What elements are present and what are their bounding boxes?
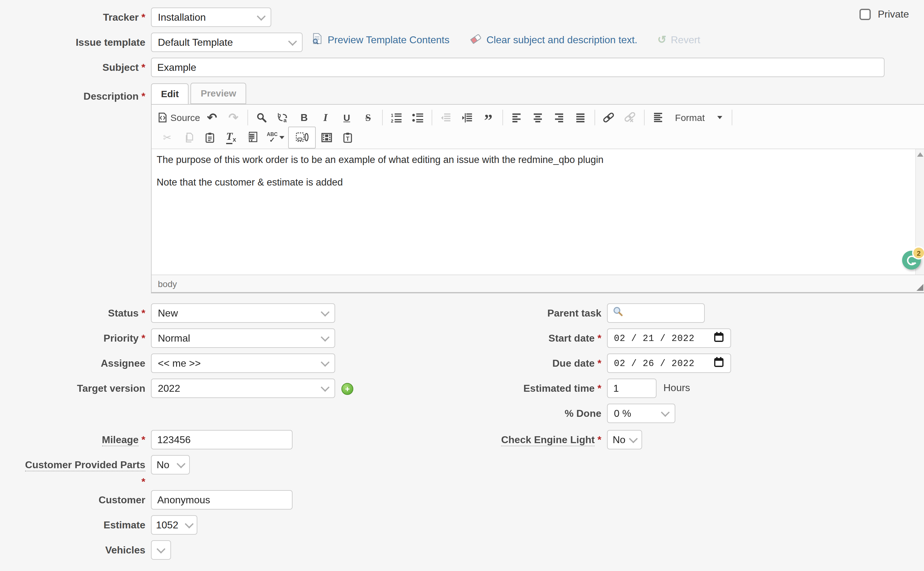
check-engine-light-label: Check Engine Light <box>501 434 595 446</box>
parent-task-input[interactable] <box>607 303 705 323</box>
customer-input[interactable] <box>151 490 293 509</box>
start-date-label: Start date <box>548 333 595 344</box>
required-marker: * <box>598 358 601 369</box>
outdent-icon[interactable] <box>435 109 456 126</box>
select-all-icon[interactable] <box>242 129 263 146</box>
source-button[interactable]: Source <box>157 109 202 126</box>
percent-done-select[interactable]: 0 % <box>607 404 675 423</box>
chevron-down-icon <box>257 12 266 20</box>
justify-icon[interactable] <box>570 109 591 126</box>
replace-icon[interactable]: ba <box>272 109 294 126</box>
chevron-down-icon <box>157 544 165 553</box>
tab-edit[interactable]: Edit <box>151 83 189 105</box>
vehicles-row: Vehicles <box>0 540 924 560</box>
required-marker: * <box>598 434 601 445</box>
paste-plain-text-icon[interactable]: T <box>337 129 358 146</box>
check-engine-light-select[interactable]: No <box>607 430 642 449</box>
customer-row: Customer <box>0 490 924 509</box>
align-left-icon[interactable] <box>506 109 527 126</box>
grammarly-badge: 2 <box>912 246 924 259</box>
svg-text:1: 1 <box>391 113 393 117</box>
spellcheck-icon[interactable]: ABC ✓ <box>263 129 288 146</box>
customer-provided-parts-label: Customer Provided Parts <box>25 460 145 471</box>
redo-icon[interactable]: ↷ <box>223 109 244 126</box>
clear-subject-description-link[interactable]: Clear subject and description text. <box>487 34 638 45</box>
description-row: Description * Edit Preview Source ↶ <box>0 83 924 293</box>
priority-select[interactable]: Normal <box>151 329 335 348</box>
resize-handle[interactable] <box>916 284 923 291</box>
italic-icon[interactable]: I <box>315 109 336 126</box>
priority-label: Priority <box>104 333 139 344</box>
check-engine-light-row: Check Engine Light * No <box>357 430 924 449</box>
cut-icon[interactable]: ✂ <box>157 129 178 146</box>
status-select[interactable]: New <box>151 303 335 323</box>
required-marker: * <box>142 333 145 344</box>
tracker-row: Tracker * Installation <box>0 8 924 27</box>
estimated-time-input[interactable] <box>607 378 656 398</box>
link-icon[interactable] <box>598 109 619 126</box>
tab-preview[interactable]: Preview <box>191 83 246 104</box>
priority-value: Normal <box>158 332 190 344</box>
blockquote-icon[interactable]: ” <box>477 109 499 126</box>
div-container-icon[interactable] <box>647 109 669 126</box>
private-field: Private <box>859 9 909 20</box>
add-version-button[interactable]: + <box>342 383 353 395</box>
due-date-input[interactable]: 02 / 26 / 2022 <box>607 353 731 373</box>
private-label: Private <box>878 9 909 20</box>
format-dropdown[interactable]: Format <box>669 112 728 123</box>
scroll-up-arrow-icon <box>917 152 923 157</box>
assignee-select[interactable]: << me >> <box>151 353 335 373</box>
customer-provided-parts-row: Customer Provided Parts * No <box>0 456 924 488</box>
tracker-label: Tracker <box>103 12 139 23</box>
description-textarea[interactable]: The purpose of this work order is to be … <box>152 149 924 275</box>
subject-input[interactable] <box>151 58 884 77</box>
calendar-icon[interactable] <box>713 356 724 370</box>
placeholder-widget-icon[interactable] <box>288 126 316 148</box>
preview-template-link[interactable]: Preview Template Contents <box>328 34 450 45</box>
mileage-input[interactable] <box>151 430 293 449</box>
customer-provided-parts-select[interactable]: No <box>151 455 190 474</box>
paste-icon[interactable] <box>199 129 220 146</box>
align-center-icon[interactable] <box>527 109 548 126</box>
remove-format-icon[interactable]: Tx <box>220 129 242 146</box>
indent-icon[interactable] <box>456 109 477 126</box>
tracker-select[interactable]: Installation <box>151 8 271 27</box>
due-date-value: 02 / 26 / 2022 <box>614 358 695 368</box>
target-version-label: Target version <box>77 383 145 394</box>
find-icon[interactable] <box>251 109 272 126</box>
bulleted-list-icon[interactable] <box>407 109 428 126</box>
align-right-icon[interactable] <box>548 109 570 126</box>
required-marker: * <box>142 12 145 23</box>
revert-link-disabled: Revert <box>671 34 700 45</box>
required-marker: * <box>0 476 145 488</box>
target-version-select[interactable]: 2022 <box>151 378 335 398</box>
toolbar-separator <box>431 110 432 125</box>
calendar-icon[interactable] <box>713 332 724 345</box>
customer-provided-parts-value: No <box>157 459 169 471</box>
undo-icon[interactable]: ↶ <box>202 109 223 126</box>
required-marker: * <box>142 91 145 102</box>
media-embed-icon[interactable] <box>316 129 337 146</box>
priority-row: Priority * Normal <box>0 329 357 348</box>
start-date-input[interactable]: 02 / 21 / 2022 <box>607 329 731 348</box>
rich-text-editor: Source ↶ ↷ ba B I <box>151 104 924 293</box>
vehicles-select[interactable] <box>151 540 171 560</box>
copy-icon[interactable] <box>178 129 199 146</box>
strikethrough-icon[interactable]: S <box>357 109 379 126</box>
parent-task-label: Parent task <box>547 308 601 318</box>
vehicles-label: Vehicles <box>105 545 145 556</box>
estimate-select[interactable]: 1052 <box>151 515 197 535</box>
issue-edit-form: Private Tracker * Installation Issue tem… <box>0 0 924 571</box>
issue-template-select[interactable]: Default Template <box>151 32 303 52</box>
grammarly-icon[interactable]: 2 <box>902 251 921 270</box>
bold-icon[interactable]: B <box>294 109 315 126</box>
numbered-list-icon[interactable]: 12 <box>386 109 407 126</box>
unlink-icon[interactable] <box>619 109 641 126</box>
private-checkbox[interactable] <box>859 9 871 20</box>
search-icon <box>613 307 623 319</box>
eraser-icon <box>470 33 482 46</box>
chevron-down-icon <box>185 519 194 528</box>
underline-icon[interactable]: U <box>336 109 357 126</box>
assignee-row: Assignee << me >> <box>0 353 357 373</box>
assignee-label: Assignee <box>101 358 145 369</box>
